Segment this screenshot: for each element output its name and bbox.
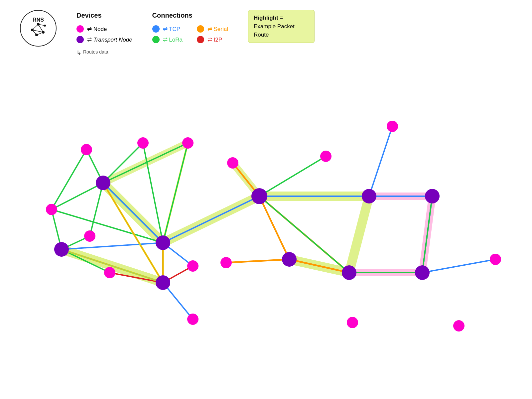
- node-legend-item: ⇌ Node: [76, 25, 132, 33]
- legend-devices: Devices ⇌ Node ⇌ Transport Node ↳ Routes…: [76, 10, 132, 57]
- node-14: [453, 320, 465, 332]
- tcp-dot-icon: [152, 25, 160, 33]
- transport-node-I: [425, 189, 440, 203]
- svg-line-39: [163, 196, 259, 243]
- transport-node-J: [415, 265, 430, 280]
- network-diagram: [0, 66, 532, 389]
- transport-node-legend-item: ⇌ Transport Node: [76, 36, 132, 43]
- node-dot-icon: [76, 25, 84, 33]
- i2p-label: ⇌ I2P: [207, 36, 222, 43]
- svg-line-52: [259, 196, 289, 259]
- legend-area: RNS Devices ⇌ Node ⇌ Transport Node ↳ Ro…: [20, 10, 315, 57]
- connections-title: Connections: [152, 12, 228, 19]
- node-2: [84, 230, 95, 242]
- node-8: [187, 314, 199, 325]
- highlight-legend-box: Highlight = Example Packet Route: [248, 10, 315, 43]
- serial-legend-item: ⇌ Serial: [197, 25, 228, 33]
- transport-node-F: [282, 252, 297, 267]
- svg-line-9: [37, 32, 43, 35]
- svg-line-5: [32, 24, 38, 30]
- node-9: [227, 157, 238, 169]
- transport-node-B: [96, 176, 110, 190]
- svg-line-62: [103, 143, 188, 183]
- transport-node-D: [156, 275, 170, 290]
- node-1: [46, 204, 57, 215]
- node-label: ⇌ Node: [87, 26, 107, 33]
- transport-node-E: [251, 188, 267, 204]
- node-13: [347, 317, 358, 328]
- devices-title: Devices: [76, 12, 132, 19]
- svg-line-26: [90, 183, 103, 236]
- node-6: [182, 137, 194, 149]
- routes-note: ↳ Routes data: [76, 49, 132, 57]
- lora-legend-item: ⇌ LoRa: [152, 36, 184, 43]
- i2p-legend-item: ⇌ I2P: [197, 36, 228, 43]
- node-11: [320, 151, 332, 162]
- node-10: [220, 257, 232, 268]
- svg-line-46: [422, 259, 495, 273]
- rns-logo: RNS: [20, 10, 57, 47]
- node-4: [81, 144, 92, 155]
- svg-line-60: [369, 126, 392, 196]
- connections-grid: ⇌ TCP ⇌ Serial ⇌ LoRa ⇌ I2P: [152, 25, 228, 43]
- transport-node-C: [156, 235, 170, 250]
- transport-node-A: [54, 242, 69, 257]
- node-7: [187, 260, 199, 272]
- node-3: [104, 267, 115, 278]
- svg-line-55: [226, 259, 289, 263]
- i2p-dot-icon: [197, 36, 204, 43]
- transport-node-label: ⇌ Transport Node: [87, 36, 132, 43]
- transport-node-G: [342, 265, 356, 280]
- node-15: [490, 254, 501, 265]
- svg-line-59: [259, 156, 326, 196]
- serial-label: ⇌ Serial: [207, 26, 228, 33]
- tcp-legend-item: ⇌ TCP: [152, 25, 184, 33]
- svg-line-37: [62, 243, 163, 249]
- serial-dot-icon: [197, 25, 204, 33]
- svg-text:RNS: RNS: [33, 17, 44, 23]
- transport-node-H: [362, 189, 376, 203]
- lora-dot-icon: [152, 36, 160, 43]
- arrow-icon: ↳: [76, 49, 81, 57]
- transport-node-dot-icon: [76, 36, 84, 43]
- highlight-label: Highlight =: [254, 14, 309, 22]
- highlight-desc: Example Packet Route: [254, 22, 309, 39]
- node-5: [137, 137, 149, 149]
- node-12: [387, 121, 398, 132]
- lora-label: ⇌ LoRa: [163, 36, 183, 43]
- svg-line-15: [349, 196, 369, 273]
- legend-connections: Connections ⇌ TCP ⇌ Serial ⇌ LoRa ⇌ I2P: [152, 10, 228, 43]
- tcp-label: ⇌ TCP: [163, 26, 180, 33]
- svg-line-6: [38, 24, 43, 32]
